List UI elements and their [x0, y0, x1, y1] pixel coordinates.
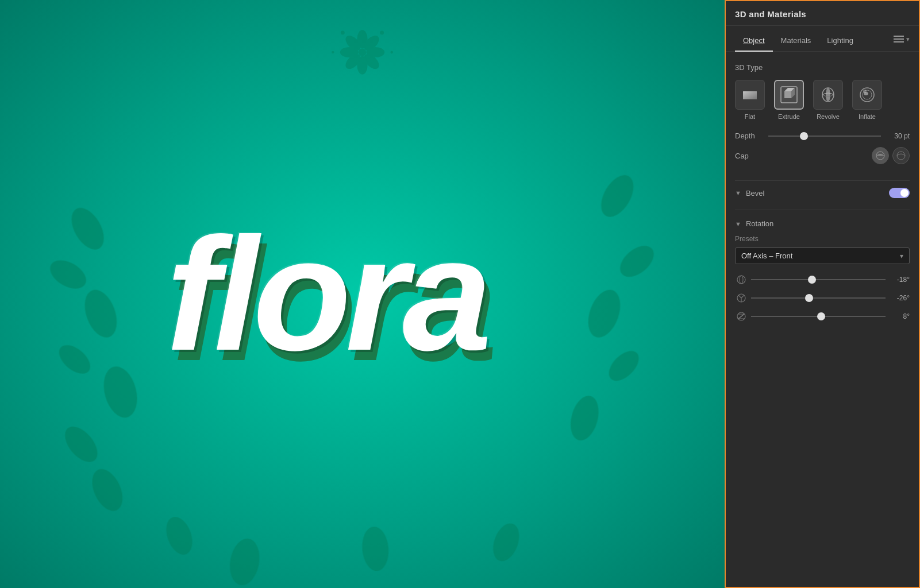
x-slider-wrap	[751, 279, 886, 280]
rotation-y-value: -26°	[889, 294, 910, 302]
bevel-title: Bevel	[746, 189, 889, 198]
3d-type-label: 3D Type	[735, 63, 910, 72]
tab-lighting[interactable]: Lighting	[819, 33, 861, 52]
type-revolve[interactable]: Revolve	[813, 80, 843, 120]
rotation-chevron: ▼	[735, 220, 741, 227]
bevel-header[interactable]: ▼ Bevel	[735, 188, 910, 198]
revolve-icon-box	[813, 80, 843, 110]
z-axis-icon	[735, 310, 748, 323]
presets-dropdown[interactable]: Off Axis – Front ▾	[735, 247, 910, 264]
rotation-z-slider[interactable]	[751, 316, 886, 317]
cap-buttons	[872, 147, 910, 164]
panel-tabs: Object Materials Lighting ▾	[726, 26, 919, 52]
flat-label: Flat	[745, 113, 755, 120]
rotation-x-value: -18°	[889, 276, 910, 284]
svg-rect-31	[894, 41, 904, 42]
extrude-label: Extrude	[778, 113, 800, 120]
panel-title: 3D and Materials	[735, 9, 806, 19]
rotation-header[interactable]: ▼ Rotation	[735, 219, 910, 228]
cap-row: Cap	[735, 147, 910, 164]
inflate-label: Inflate	[859, 113, 876, 120]
panel-menu-icon[interactable]: ▾	[894, 34, 910, 49]
svg-marker-34	[784, 91, 791, 98]
flora-main-text: flora	[166, 226, 486, 362]
tab-object[interactable]: Object	[735, 33, 773, 52]
flora-text-container: flora flora	[166, 226, 486, 362]
y-axis-icon	[735, 292, 748, 304]
panel-header: 3D and Materials	[726, 1, 919, 26]
svg-point-46	[737, 276, 745, 284]
inflate-icon-box	[852, 80, 882, 110]
3d-materials-panel: 3D and Materials Object Materials Lighti…	[725, 0, 920, 588]
bevel-toggle[interactable]	[889, 188, 910, 198]
depth-row: Depth 30 pt	[735, 131, 910, 140]
depth-value: 30 pt	[886, 132, 910, 140]
revolve-label: Revolve	[817, 113, 840, 120]
x-axis-icon	[735, 273, 748, 286]
rotation-x-slider[interactable]	[751, 279, 886, 280]
panel-body: 3D Type Flat	[726, 52, 919, 338]
3d-type-options: Flat Extrude	[735, 80, 910, 120]
depth-slider[interactable]	[768, 136, 881, 137]
rotation-y-slider[interactable]	[751, 297, 886, 299]
rotation-section: ▼ Rotation Presets Off Axis – Front ▾	[735, 219, 910, 328]
rotation-title: Rotation	[746, 219, 910, 228]
svg-point-45	[897, 152, 905, 160]
cap-btn-off[interactable]	[892, 147, 910, 164]
rotation-y-row: -26°	[735, 292, 910, 304]
svg-rect-30	[894, 38, 904, 40]
svg-point-47	[740, 276, 743, 284]
bevel-toggle-knob	[900, 189, 909, 197]
cap-btn-on[interactable]	[872, 147, 889, 164]
svg-point-39	[826, 88, 830, 102]
preset-value: Off Axis – Front	[741, 252, 900, 260]
extrude-icon-box	[774, 80, 804, 110]
divider-2	[735, 210, 910, 210]
svg-point-43	[863, 90, 867, 93]
presets-dropdown-arrow: ▾	[900, 252, 903, 260]
y-slider-wrap	[751, 297, 886, 299]
svg-rect-33	[743, 91, 757, 99]
cap-label: Cap	[735, 152, 872, 160]
presets-label: Presets	[735, 235, 910, 243]
flat-icon-box	[735, 80, 765, 110]
bevel-chevron: ▼	[735, 189, 741, 196]
canvas-area: flora flora	[0, 0, 725, 588]
z-slider-wrap	[751, 316, 886, 317]
rotation-x-row: -18°	[735, 273, 910, 286]
rotation-z-row: 8°	[735, 310, 910, 323]
divider-1	[735, 180, 910, 181]
type-extrude[interactable]: Extrude	[774, 80, 804, 120]
type-inflate[interactable]: Inflate	[852, 80, 882, 120]
depth-slider-container	[768, 136, 881, 137]
depth-label: Depth	[735, 131, 764, 140]
type-flat[interactable]: Flat	[735, 80, 765, 120]
svg-rect-29	[894, 36, 904, 37]
tab-materials[interactable]: Materials	[773, 33, 819, 52]
rotation-z-value: 8°	[889, 312, 910, 320]
